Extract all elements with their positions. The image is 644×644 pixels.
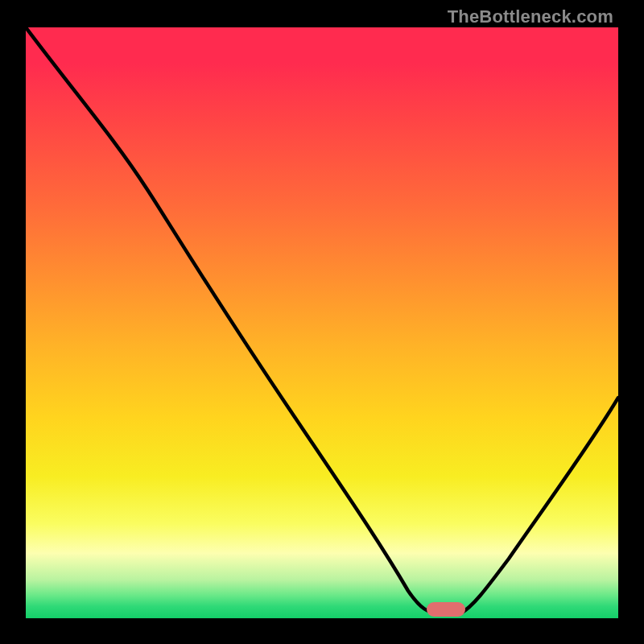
plot-area (26, 27, 618, 618)
watermark-text: TheBottleneck.com (448, 6, 613, 27)
bottleneck-curve (26, 27, 618, 618)
curve-path (26, 27, 618, 613)
optimum-marker (427, 602, 465, 617)
chart-frame: TheBottleneck.com (0, 0, 644, 644)
